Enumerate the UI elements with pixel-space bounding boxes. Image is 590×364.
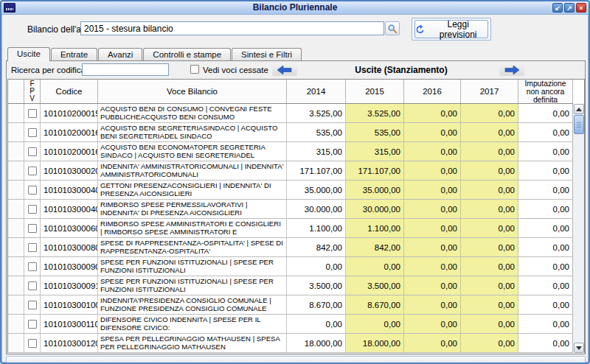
leggi-previsioni-button[interactable]: Leggi previsioni xyxy=(414,20,488,38)
amount-2016-cell[interactable]: 0,00 xyxy=(404,123,461,141)
imputazione-cell[interactable]: 0,00 xyxy=(518,238,573,256)
amount-2014-cell[interactable]: 315,00 xyxy=(287,142,346,161)
amount-2015-cell[interactable]: 35.000,00 xyxy=(346,181,404,199)
table-row[interactable]: 10101030010001 INDENNITA'PRESIDENZA CONS… xyxy=(8,295,573,315)
table-row[interactable]: 10101030009001 SPESE PER FUNZIONI ISTITU… xyxy=(8,257,573,276)
amount-2017-cell[interactable]: 0,00 xyxy=(461,123,518,141)
amount-2015-cell[interactable]: 0,00 xyxy=(346,315,404,333)
fpv-checkbox[interactable] xyxy=(28,339,37,348)
voce-bilancio-cell[interactable]: ACQUISTO BENI ECONOMATOPER SEGRETERIA SI… xyxy=(98,142,287,161)
vertical-scrollbar[interactable] xyxy=(572,104,584,353)
code-cell[interactable]: 10101030004002 xyxy=(41,200,98,218)
amount-2014-cell[interactable]: 18.000,00 xyxy=(287,334,346,352)
amount-2015-cell[interactable]: 171.107,00 xyxy=(346,161,404,180)
amount-2014-cell[interactable]: 8.670,00 xyxy=(287,295,346,314)
amount-2015-cell[interactable]: 1.100,00 xyxy=(346,219,404,237)
fpv-checkbox[interactable] xyxy=(28,320,37,329)
amount-2017-cell[interactable]: 0,00 xyxy=(461,238,518,256)
table-row[interactable]: 10101020001601 ACQUISTO BENI SEGRETERIAS… xyxy=(8,123,573,142)
amount-2014-cell[interactable]: 842,00 xyxy=(287,238,346,256)
table-row[interactable]: 10101030006001 RIMBORSO SPESE AMMINISTRA… xyxy=(8,219,573,238)
imputazione-cell[interactable]: 0,00 xyxy=(518,142,573,161)
fpv-checkbox[interactable] xyxy=(28,128,37,137)
amount-2014-cell[interactable]: 0,00 xyxy=(287,315,346,333)
table-row[interactable]: 10101020001602 ACQUISTO BENI ECONOMATOPE… xyxy=(8,142,573,161)
fpv-checkbox[interactable] xyxy=(28,147,37,156)
voce-bilancio-cell[interactable]: SPESE PER FUNZIONI ISTITUZIONALI | SPESE… xyxy=(98,257,287,276)
restore-window-button[interactable]: ↙ xyxy=(552,3,563,13)
vedi-voci-cessate-checkbox[interactable] xyxy=(190,65,199,74)
code-cell[interactable]: 10101030002001 xyxy=(41,161,98,180)
table-row[interactable]: 10101030011001 DIFENSORE CIVICO INDENNIT… xyxy=(8,315,573,334)
tab-entrate[interactable]: Entrate xyxy=(51,48,97,61)
amount-2016-cell[interactable]: 0,00 xyxy=(404,257,461,276)
amount-2014-cell[interactable]: 1.100,00 xyxy=(287,219,346,237)
row-selector-cell[interactable] xyxy=(8,219,24,237)
maximize-window-button[interactable]: ↗ xyxy=(564,3,575,13)
imputazione-cell[interactable]: 0,00 xyxy=(518,200,573,218)
year-input[interactable] xyxy=(80,21,384,35)
voce-bilancio-cell[interactable]: DIFENSORE CIVICO INDENNITA | SPESE PER I… xyxy=(98,315,287,333)
imputazione-cell[interactable]: 0,00 xyxy=(518,123,573,141)
amount-2016-cell[interactable]: 0,00 xyxy=(404,104,461,122)
fpv-checkbox[interactable] xyxy=(28,243,37,252)
amount-2016-cell[interactable]: 0,00 xyxy=(404,200,461,218)
amount-2014-cell[interactable]: 171.107,00 xyxy=(287,161,346,180)
ricerca-codifica-input[interactable] xyxy=(82,63,169,76)
code-cell[interactable]: 10101020001501 xyxy=(41,104,98,122)
amount-2014-cell[interactable]: 3.500,00 xyxy=(287,276,346,295)
tab-sintesi-e-filtri[interactable]: Sintesi e Filtri xyxy=(232,48,302,61)
row-selector-cell[interactable] xyxy=(8,315,24,333)
fpv-checkbox[interactable] xyxy=(28,301,37,309)
amount-2016-cell[interactable]: 0,00 xyxy=(404,219,461,237)
amount-2017-cell[interactable]: 0,00 xyxy=(461,142,518,161)
amount-2017-cell[interactable]: 0,00 xyxy=(461,219,518,237)
fpv-checkbox[interactable] xyxy=(28,109,37,118)
imputazione-cell[interactable]: 0,00 xyxy=(518,276,573,295)
previous-section-button[interactable] xyxy=(272,63,297,76)
amount-2017-cell[interactable]: 0,00 xyxy=(461,104,518,122)
amount-2017-cell[interactable]: 0,00 xyxy=(461,200,518,218)
table-row[interactable]: 10101030008001 SPESE DI RAPPRESENTANZA-O… xyxy=(8,238,573,257)
code-cell[interactable]: 10101020001601 xyxy=(41,123,98,141)
amount-2017-cell[interactable]: 0,00 xyxy=(461,315,518,333)
amount-2016-cell[interactable]: 0,00 xyxy=(404,295,461,314)
scroll-down-button[interactable] xyxy=(574,343,584,353)
scroll-up-button[interactable] xyxy=(574,104,584,114)
amount-2016-cell[interactable]: 0,00 xyxy=(404,181,461,199)
table-row[interactable]: 10101030012001 SPESA PER PELLEGRINAGGIO … xyxy=(8,334,573,353)
voce-bilancio-cell[interactable]: INDENNITA'PRESIDENZA CONSIGLIO COMUNALE … xyxy=(98,295,287,314)
row-selector-cell[interactable] xyxy=(8,181,24,199)
table-row[interactable]: 10101030004002 RIMBORSO SPESE PERMESSILA… xyxy=(8,200,573,219)
fpv-checkbox[interactable] xyxy=(28,205,37,214)
row-selector-cell[interactable] xyxy=(8,334,24,352)
title-bar[interactable]: Bilancio Pluriennale ↙ ↗ × xyxy=(1,1,589,15)
code-cell[interactable]: 10101030006001 xyxy=(41,219,98,237)
amount-2017-cell[interactable]: 0,00 xyxy=(461,295,518,314)
voce-bilancio-cell[interactable]: RIMBORSO SPESE AMMINISTRATORI E CONSIGLI… xyxy=(98,219,287,237)
amount-2016-cell[interactable]: 0,00 xyxy=(404,161,461,180)
tab-controlli-e-stampe[interactable]: Controlli e stampe xyxy=(143,48,231,61)
amount-2015-cell[interactable]: 8.670,00 xyxy=(346,295,404,314)
row-selector-cell[interactable] xyxy=(8,238,24,256)
row-selector-cell[interactable] xyxy=(8,257,24,276)
fpv-checkbox[interactable] xyxy=(28,186,37,195)
amount-2015-cell[interactable]: 535,00 xyxy=(346,123,404,141)
code-cell[interactable]: 10101030008001 xyxy=(41,238,98,256)
imputazione-cell[interactable]: 0,00 xyxy=(518,181,573,199)
amount-2016-cell[interactable]: 0,00 xyxy=(404,315,461,333)
amount-2014-cell[interactable]: 30.000,00 xyxy=(287,200,346,218)
row-selector-cell[interactable] xyxy=(8,123,24,141)
imputazione-cell[interactable]: 0,00 xyxy=(518,219,573,237)
amount-2017-cell[interactable]: 0,00 xyxy=(461,334,518,352)
scrollbar-thumb[interactable] xyxy=(574,115,584,134)
fpv-checkbox[interactable] xyxy=(28,224,37,233)
close-window-button[interactable]: × xyxy=(576,3,586,13)
amount-2016-cell[interactable]: 0,00 xyxy=(404,276,461,295)
row-selector-cell[interactable] xyxy=(8,295,24,314)
voce-bilancio-cell[interactable]: ACQUISTO BENI DI CONSUMO | CONVEGNI FEST… xyxy=(98,104,287,122)
row-selector-cell[interactable] xyxy=(8,161,24,180)
imputazione-cell[interactable]: 0,00 xyxy=(518,257,573,276)
code-cell[interactable]: 10101030009001 xyxy=(41,257,98,276)
code-cell[interactable]: 10101030004001 xyxy=(41,181,98,199)
